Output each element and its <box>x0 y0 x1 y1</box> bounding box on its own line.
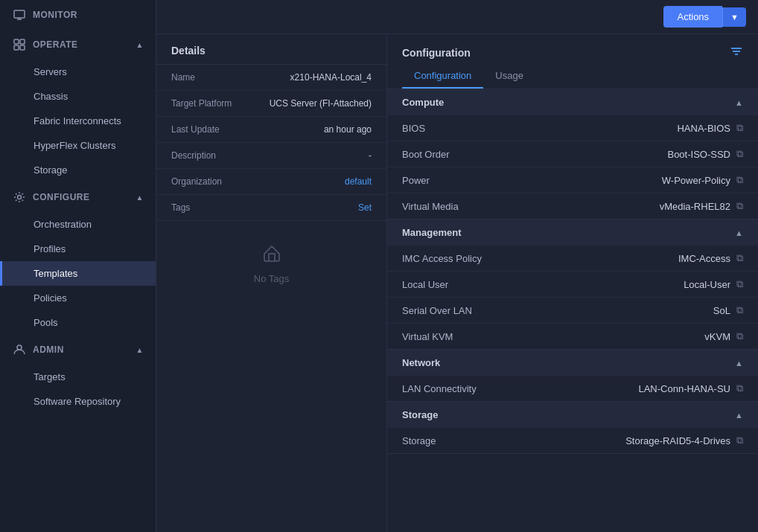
detail-row-tags: Tags Set <box>156 195 386 221</box>
network-section-label: Network <box>402 357 440 368</box>
boot-order-copy-icon[interactable]: ⧉ <box>736 148 743 160</box>
virtual-kvm-label: Virtual KVM <box>402 331 453 342</box>
sidebar-operate-header[interactable]: OPERATE ▲ <box>0 30 156 60</box>
configure-chevron: ▲ <box>136 193 144 202</box>
config-section-compute-header[interactable]: Compute ▲ <box>387 89 758 115</box>
sidebar-item-storage[interactable]: Storage <box>0 158 156 182</box>
power-label: Power <box>402 175 430 186</box>
detail-value-tags-set[interactable]: Set <box>261 202 372 213</box>
configure-items: Orchestration Profiles Templates Policie… <box>0 212 156 335</box>
operate-icon <box>12 37 27 52</box>
config-row-power: Power W-Power-Policy ⧉ <box>387 167 758 193</box>
top-bar: Actions ▼ <box>156 0 758 34</box>
svg-point-8 <box>17 345 22 350</box>
local-user-copy-icon[interactable]: ⧉ <box>736 278 743 290</box>
detail-label-name: Name <box>171 72 261 83</box>
config-row-lan-connectivity: LAN Connectivity LAN-Conn-HANA-SU ⧉ <box>387 376 758 401</box>
details-panel: Details Name x210-HANA-Local_4 Target Pl… <box>156 34 387 532</box>
actions-dropdown-button[interactable]: ▼ <box>722 7 746 27</box>
actions-btn-group: Actions ▼ <box>663 6 746 28</box>
lan-connectivity-label: LAN Connectivity <box>402 383 477 394</box>
detail-value-name: x210-HANA-Local_4 <box>261 72 372 83</box>
imc-access-policy-value: IMC-Access ⧉ <box>678 252 743 264</box>
imc-access-copy-icon[interactable]: ⧉ <box>736 252 743 264</box>
virtual-kvm-copy-icon[interactable]: ⧉ <box>736 330 743 342</box>
detail-row-organization: Organization default <box>156 169 386 195</box>
details-title: Details <box>156 34 386 65</box>
config-tabs: Configuration Usage <box>387 64 758 89</box>
compute-chevron: ▲ <box>735 98 743 107</box>
svg-rect-4 <box>20 39 25 44</box>
virtual-media-label: Virtual Media <box>402 201 459 212</box>
detail-label-description: Description <box>171 150 261 161</box>
svg-rect-5 <box>14 45 19 50</box>
sidebar: MONITOR OPERATE ▲ Servers Chassis Fabric… <box>0 0 156 532</box>
detail-value-last-update: an hour ago <box>261 124 372 135</box>
actions-button[interactable]: Actions <box>663 6 722 28</box>
detail-value-organization[interactable]: default <box>261 176 372 187</box>
storage-value: Storage-RAID5-4-Drives ⧉ <box>625 435 743 446</box>
power-copy-icon[interactable]: ⧉ <box>736 174 743 186</box>
config-filter-icon[interactable] <box>730 45 743 61</box>
svg-point-7 <box>18 196 22 199</box>
configure-icon <box>12 190 27 205</box>
detail-value-target-platform: UCS Server (FI-Attached) <box>261 98 372 109</box>
sidebar-item-servers[interactable]: Servers <box>0 60 156 84</box>
config-row-serial-over-lan: Serial Over LAN SoL ⧉ <box>387 298 758 324</box>
sidebar-item-fabric-interconnects[interactable]: Fabric Interconnects <box>0 109 156 133</box>
detail-row-name: Name x210-HANA-Local_4 <box>156 65 386 91</box>
sidebar-item-pools[interactable]: Pools <box>0 310 156 335</box>
sidebar-item-profiles[interactable]: Profiles <box>0 237 156 261</box>
sidebar-configure-header[interactable]: CONFIGURE ▲ <box>0 182 156 212</box>
config-section-network: Network ▲ LAN Connectivity LAN-Conn-HANA… <box>387 350 758 402</box>
config-section-network-header[interactable]: Network ▲ <box>387 350 758 376</box>
serial-over-lan-copy-icon[interactable]: ⧉ <box>736 304 743 316</box>
storage-copy-icon[interactable]: ⧉ <box>736 435 743 446</box>
virtual-media-copy-icon[interactable]: ⧉ <box>736 200 743 212</box>
admin-items: Targets Software Repository <box>0 365 156 414</box>
local-user-value: Local-User ⧉ <box>684 278 743 290</box>
imc-access-policy-label: IMC Access Policy <box>402 253 482 264</box>
lan-connectivity-value: LAN-Conn-HANA-SU ⧉ <box>638 382 743 394</box>
bios-label: BIOS <box>402 123 425 134</box>
detail-value-description: - <box>261 150 372 161</box>
detail-label-target-platform: Target Platform <box>171 98 261 109</box>
local-user-label: Local User <box>402 279 448 290</box>
config-row-storage: Storage Storage-RAID5-4-Drives ⧉ <box>387 428 758 453</box>
monitor-icon <box>12 7 27 22</box>
svg-rect-0 <box>14 10 25 18</box>
boot-order-label: Boot Order <box>402 149 450 160</box>
sidebar-item-policies[interactable]: Policies <box>0 286 156 310</box>
sidebar-admin-header[interactable]: ADMIN ▲ <box>0 335 156 365</box>
bios-copy-icon[interactable]: ⧉ <box>736 122 743 134</box>
lan-connectivity-copy-icon[interactable]: ⧉ <box>736 382 743 394</box>
sidebar-monitor-header[interactable]: MONITOR <box>0 0 156 30</box>
serial-over-lan-value: SoL ⧉ <box>713 304 743 316</box>
virtual-kvm-value: vKVM ⧉ <box>704 330 743 342</box>
config-section-management: Management ▲ IMC Access Policy IMC-Acces… <box>387 219 758 350</box>
management-section-label: Management <box>402 227 461 238</box>
sidebar-item-templates[interactable]: Templates <box>0 261 156 286</box>
config-section-compute: Compute ▲ BIOS HANA-BIOS ⧉ Boot Order Bo… <box>387 89 758 219</box>
serial-over-lan-label: Serial Over LAN <box>402 305 472 316</box>
tab-configuration[interactable]: Configuration <box>402 64 483 89</box>
tab-usage[interactable]: Usage <box>483 64 535 89</box>
sidebar-item-hyperflex-clusters[interactable]: HyperFlex Clusters <box>0 133 156 158</box>
config-section-management-header[interactable]: Management ▲ <box>387 219 758 246</box>
config-row-virtual-kvm: Virtual KVM vKVM ⧉ <box>387 324 758 349</box>
config-section-storage: Storage ▲ Storage Storage-RAID5-4-Drives… <box>387 402 758 454</box>
config-row-boot-order: Boot Order Boot-ISO-SSD ⧉ <box>387 141 758 167</box>
sidebar-item-chassis[interactable]: Chassis <box>0 84 156 109</box>
sidebar-item-targets[interactable]: Targets <box>0 365 156 389</box>
sidebar-item-software-repository[interactable]: Software Repository <box>0 389 156 414</box>
detail-label-tags: Tags <box>171 202 261 213</box>
detail-label-last-update: Last Update <box>171 124 261 135</box>
sidebar-item-orchestration[interactable]: Orchestration <box>0 212 156 237</box>
svg-rect-3 <box>14 39 19 44</box>
detail-row-description: Description - <box>156 143 386 169</box>
storage-label: Storage <box>402 435 436 446</box>
storage-section-label: Storage <box>402 409 438 420</box>
power-value: W-Power-Policy ⧉ <box>662 174 743 186</box>
config-row-bios: BIOS HANA-BIOS ⧉ <box>387 115 758 141</box>
config-section-storage-header[interactable]: Storage ▲ <box>387 402 758 428</box>
